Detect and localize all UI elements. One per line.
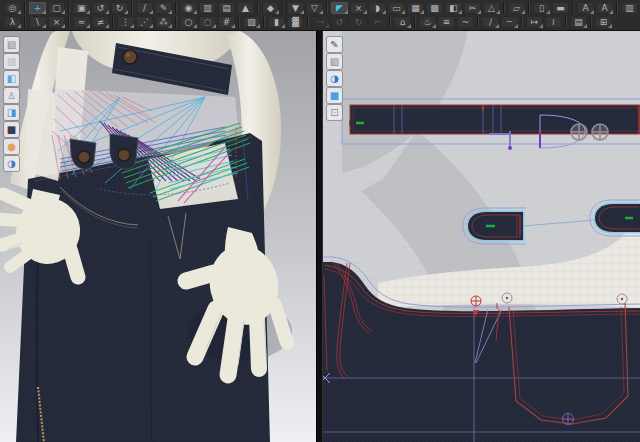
show-pose-icon[interactable]: ♙ (4, 88, 19, 103)
image-frame-icon[interactable]: ▩ (426, 2, 443, 14)
text-style-icon[interactable]: A (596, 2, 613, 14)
uv-editor-icon[interactable]: ⊞ (595, 16, 612, 28)
toolbar-separator (572, 2, 574, 14)
arrange-shirt-icon[interactable]: ▲ (237, 2, 254, 14)
belt-tab-left-3d[interactable] (70, 139, 96, 169)
band-button[interactable] (123, 50, 137, 64)
sew-mn-icon[interactable]: ⁂ (155, 16, 172, 28)
tab-button[interactable] (118, 149, 130, 161)
sew-segment-icon[interactable]: ⋮ (117, 16, 134, 28)
zipper-tool-icon[interactable]: # (218, 16, 235, 28)
edit-curvature-icon[interactable]: ◗ (369, 2, 386, 14)
toolbar-separator (282, 2, 284, 14)
2d-display-toolbar: ✎▧◑■⊡ (326, 37, 343, 120)
3d-scene[interactable] (0, 31, 316, 442)
sew-free-icon[interactable]: ⋰ (136, 16, 153, 28)
fold-arrangement-icon[interactable]: ¬ (312, 16, 329, 28)
wrinkle-map-icon[interactable]: ≅ (438, 16, 455, 28)
show-pattern-icon[interactable]: ▨ (4, 54, 19, 69)
toolbar-separator (131, 2, 133, 14)
2d-pattern-canvas[interactable] (323, 31, 640, 442)
spec-curve-icon[interactable]: ≀ (545, 16, 562, 28)
text-tool-icon[interactable]: A (577, 2, 594, 14)
cut-sew-icon[interactable]: ✂ (464, 2, 481, 14)
application-window: ◎+▢▣↺↻/✎◉▥▤▲◆▼▽◤×◗▭▦▩◧✂△▱▯▬AA▥▧ λ\×≈≠⋮⋰⁂… (0, 0, 640, 442)
pin-remove-icon[interactable]: × (48, 16, 65, 28)
pin-needle-icon[interactable]: \ (29, 16, 46, 28)
tab-button[interactable] (78, 151, 90, 163)
refresh-arrange-icon[interactable]: ⌐ (369, 16, 386, 28)
edit-sewing-icon[interactable]: / (136, 2, 153, 14)
transform-pattern-2d-icon[interactable]: ◤ (331, 2, 348, 14)
grading-grid-icon[interactable]: ▥ (621, 2, 638, 14)
toolbar-separator (389, 16, 391, 28)
press-tool-icon[interactable]: ⌂ (394, 16, 411, 28)
toolbar-separator (68, 2, 70, 14)
toolbar-separator (477, 16, 479, 28)
flatten-cw-icon[interactable]: ↻ (350, 16, 367, 28)
show-environment-icon[interactable]: ◑ (4, 156, 19, 171)
clone-pattern-icon[interactable]: ▱ (508, 2, 525, 14)
toolbar-separator (24, 16, 26, 28)
tack-attach-icon[interactable]: ≈ (73, 16, 90, 28)
button-tool-icon[interactable]: ○ (180, 16, 197, 28)
measure-edge-icon[interactable]: ∕ (482, 16, 499, 28)
seam-horizontal-icon[interactable]: ▬ (552, 2, 569, 14)
show-fabric-icon[interactable]: ◨ (4, 105, 19, 120)
measure-dash-icon[interactable]: ╌ (501, 16, 518, 28)
topstitch-icon[interactable]: ▨ (243, 16, 260, 28)
arrangement-pin-icon[interactable]: ◎ (4, 2, 21, 14)
toolbar-separator (238, 16, 240, 28)
garment-steam-icon[interactable]: ▽ (306, 2, 323, 14)
show-fill-icon[interactable]: ■ (327, 88, 342, 103)
pin-spray-icon[interactable]: ◉ (180, 2, 197, 14)
fabric-strip-icon[interactable]: ▮ (268, 16, 285, 28)
buttonhole-tool-icon[interactable]: ◌ (199, 16, 216, 28)
toolbar-separator (257, 2, 259, 14)
seam-vertical-icon[interactable]: ▯ (533, 2, 550, 14)
walk-pose-icon[interactable]: λ (4, 16, 21, 28)
flatten-ccw-icon[interactable]: ↺ (331, 16, 348, 28)
transform-pattern-icon[interactable]: ▣ (73, 2, 90, 14)
show-arrangement-icon[interactable]: ◧ (4, 71, 19, 86)
select-move-icon[interactable]: + (29, 2, 46, 14)
trace-icon[interactable]: △ (483, 2, 500, 14)
show-dark-garment-icon[interactable]: ■ (4, 122, 19, 137)
show-texture-icon[interactable]: ◑ (327, 71, 342, 86)
edit-pattern-icon[interactable]: × (350, 2, 367, 14)
smooth-tool-icon[interactable]: ~ (457, 16, 474, 28)
toolbar-separator (263, 16, 265, 28)
image-tool-icon[interactable]: ▦ (407, 2, 424, 14)
spec-length-icon[interactable]: ↦ (526, 16, 543, 28)
show-avatar-icon[interactable]: ● (4, 139, 19, 154)
polygon-tool-icon[interactable]: ▭ (388, 2, 405, 14)
fabric-roll-icon[interactable]: ▓ (287, 16, 304, 28)
toolbar-separator (307, 16, 309, 28)
toolbar-separator (616, 2, 618, 14)
lock-pattern-icon[interactable]: ⊡ (327, 105, 342, 120)
2d-pattern-view[interactable]: ✎▧◑■⊡ (323, 31, 640, 442)
toolbar-separator (326, 2, 328, 14)
show-garment-icon[interactable]: ▧ (4, 37, 19, 52)
tack-remove-icon[interactable]: ≠ (92, 16, 109, 28)
toolbar-separator (68, 16, 70, 28)
arrange-jacket-icon[interactable]: ▤ (218, 2, 235, 14)
rotate-ccw-icon[interactable]: ↺ (92, 2, 109, 14)
rotate-cw-icon[interactable]: ↻ (111, 2, 128, 14)
sewing-brush-icon[interactable]: ✎ (155, 2, 172, 14)
pen-2d-icon[interactable]: ✎ (327, 37, 342, 52)
render-cube-icon[interactable]: ◧ (445, 2, 462, 14)
panel-splitter[interactable] (316, 31, 323, 442)
steam-tool-icon[interactable]: ♨ (419, 16, 436, 28)
arrange-pants-icon[interactable]: ▥ (199, 2, 216, 14)
3d-garment-view[interactable]: ▧▨◧♙◨■●◑ (0, 31, 316, 442)
edit-texture-icon[interactable]: ▧ (327, 54, 342, 69)
workspace: ▧▨◧♙◨■●◑ (0, 31, 640, 442)
select-box-icon[interactable]: ▢ (48, 2, 65, 14)
print-layout-icon[interactable]: ▤ (570, 16, 587, 28)
toolbar-separator (175, 2, 177, 14)
garment-fit-icon[interactable]: ▼ (287, 2, 304, 14)
belt-tab-right-3d[interactable] (110, 134, 138, 169)
avatar-garment-icon[interactable]: ◆ (262, 2, 279, 14)
toolbar-separator (24, 2, 26, 14)
